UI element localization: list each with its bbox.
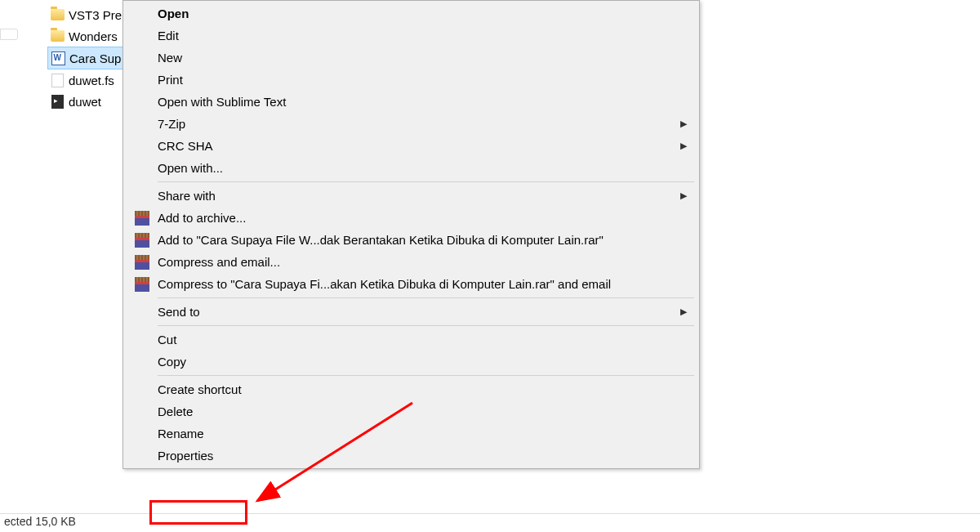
menu-sharewith[interactable]: Share with▶ [123,185,699,207]
file-label: duwet.fs [69,74,114,87]
chevron-right-icon: ▶ [680,118,687,129]
menu-label: Compress to "Cara Supaya Fi...akan Ketik… [158,277,611,291]
menu-label: Open with Sublime Text [158,95,286,109]
file-label: VST3 Pre [69,8,122,22]
menu-add-to-rar[interactable]: Add to "Cara Supaya File W...dak Beranta… [123,229,699,251]
menu-label: Print [158,73,183,87]
menu-label: Open [158,7,189,20]
menu-sendto[interactable]: Send to▶ [123,301,699,323]
menu-separator [158,375,694,376]
file-label: duwet [69,95,101,109]
menu-label: Add to "Cara Supaya File W...dak Beranta… [158,233,604,247]
menu-label: Open with... [158,161,223,175]
menu-create-shortcut[interactable]: Create shortcut [123,378,699,400]
menu-label: Add to archive... [158,211,246,225]
folder-icon [50,7,65,22]
winrar-icon [135,233,149,248]
menu-delete[interactable]: Delete [123,400,699,422]
menu-properties[interactable]: Properties [123,445,699,467]
menu-label: New [158,51,182,65]
menu-label: Edit [158,29,179,42]
menu-copy[interactable]: Copy [123,351,699,373]
menu-open-sublime[interactable]: Open with Sublime Text [123,91,699,113]
menu-7zip[interactable]: 7-Zip▶ [123,113,699,135]
file-label: Cara Sup [69,51,121,65]
menu-print[interactable]: Print [123,69,699,91]
menu-label: Delete [158,405,193,418]
winrar-icon [135,211,149,226]
dark-file-icon [50,94,65,109]
word-document-icon [51,51,65,65]
menu-label: Cut [158,333,176,346]
blank-file-icon [50,73,65,87]
menu-open[interactable]: Open [123,2,699,25]
context-menu: Open Edit New Print Open with Sublime Te… [122,0,700,469]
menu-label: 7-Zip [158,117,185,131]
chevron-right-icon: ▶ [680,190,687,201]
winrar-icon [135,277,149,292]
menu-compress-to-email[interactable]: Compress to "Cara Supaya Fi...akan Ketik… [123,273,699,295]
menu-rename[interactable]: Rename [123,422,699,445]
winrar-icon [135,255,149,270]
menu-label: Create shortcut [158,382,242,396]
menu-separator [158,297,694,298]
nav-panel-edge [0,29,18,40]
menu-label: Send to [158,305,200,319]
chevron-right-icon: ▶ [680,141,687,151]
menu-edit[interactable]: Edit [123,25,699,47]
menu-crcsha[interactable]: CRC SHA▶ [123,135,699,157]
status-text: ected 15,0 KB [4,515,76,528]
menu-label: Copy [158,355,186,369]
menu-label: Rename [158,427,204,440]
menu-label: Properties [158,449,213,463]
file-label: Wonders [69,29,118,43]
menu-compress-email[interactable]: Compress and email... [123,251,699,273]
menu-new[interactable]: New [123,47,699,69]
menu-label: Compress and email... [158,255,280,269]
menu-openwith[interactable]: Open with... [123,157,699,179]
menu-label: CRC SHA [158,139,213,153]
menu-cut[interactable]: Cut [123,329,699,351]
menu-separator [158,181,694,182]
status-bar: ected 15,0 KB [0,513,980,529]
folder-icon [50,29,65,43]
menu-separator [158,325,694,326]
chevron-right-icon: ▶ [680,306,687,317]
menu-add-archive[interactable]: Add to archive... [123,207,699,229]
menu-label: Share with [158,189,216,203]
